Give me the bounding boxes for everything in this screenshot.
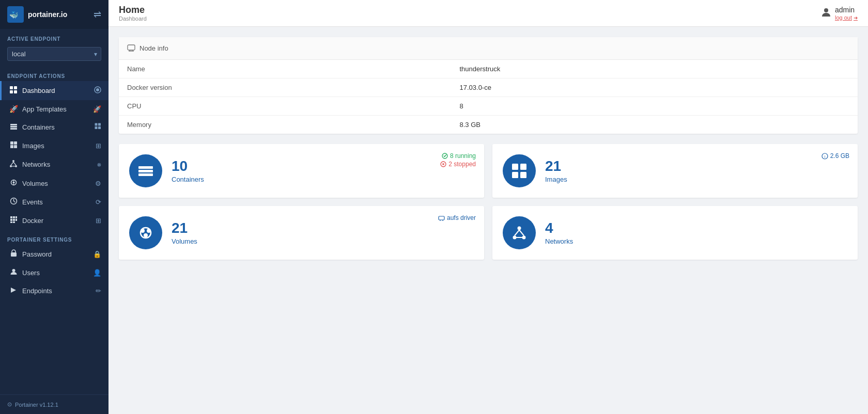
volumes-driver-badge: aufs driver xyxy=(438,214,476,221)
images-icon xyxy=(9,141,18,150)
cpu-label: CPU xyxy=(119,97,452,116)
events-label: Events xyxy=(22,198,43,206)
portainer-logo-icon: 🐳 xyxy=(7,6,24,23)
logout-link[interactable]: log out ➜ xyxy=(835,14,858,21)
password-icon xyxy=(9,249,18,259)
sidebar-footer: ⊙ Portainer v1.12.1 xyxy=(0,394,109,414)
endpoints-right-icon: ✏ xyxy=(96,287,101,295)
volumes-card[interactable]: 21 Volumes aufs driver xyxy=(119,206,484,260)
svg-rect-16 xyxy=(14,141,17,145)
networks-right-icon: ⎈ xyxy=(97,161,101,168)
containers-count: 10 xyxy=(172,158,204,174)
svg-rect-30 xyxy=(10,216,12,218)
sidebar-item-events[interactable]: Events ⟳ xyxy=(0,193,109,211)
stats-grid: 10 Containers 8 running 2 stopped xyxy=(119,144,858,260)
node-info-title: Node info xyxy=(140,44,168,52)
app-templates-right-icon: 🚀 xyxy=(93,105,101,113)
sidebar-item-dashboard[interactable]: Dashboard xyxy=(0,81,109,100)
logo-area: 🐳 portainer.io xyxy=(7,6,67,23)
content-area: Node info Name thunderstruck Docker vers… xyxy=(109,27,868,414)
topbar-right: admin log out ➜ xyxy=(820,6,858,21)
table-row: Memory 8.3 GB xyxy=(119,116,858,134)
containers-icon-circle xyxy=(129,154,162,187)
svg-rect-50 xyxy=(512,164,518,170)
app-templates-label: App Templates xyxy=(22,105,67,113)
dashboard-icon xyxy=(9,86,18,95)
containers-card[interactable]: 10 Containers 8 running 2 stopped xyxy=(119,144,484,198)
images-label-text: Images xyxy=(545,176,567,183)
sidebar-header: 🐳 portainer.io ⇌ xyxy=(0,0,109,29)
svg-point-58 xyxy=(147,229,151,233)
page-title-area: Home Dashboard xyxy=(119,5,147,22)
images-right-icon: ⊞ xyxy=(96,142,101,150)
svg-point-63 xyxy=(518,227,521,230)
table-row: Docker version 17.03.0-ce xyxy=(119,78,858,97)
images-card[interactable]: 21 Images i 2.6 GB xyxy=(492,144,858,198)
svg-rect-33 xyxy=(10,219,12,221)
svg-rect-37 xyxy=(13,221,15,223)
svg-rect-35 xyxy=(16,219,17,221)
docker-version-value: 17.03.0-ce xyxy=(452,78,858,97)
sidebar-item-volumes[interactable]: Volumes ⚙ xyxy=(0,174,109,193)
svg-rect-31 xyxy=(13,216,15,218)
svg-line-23 xyxy=(13,162,16,165)
svg-rect-11 xyxy=(95,123,98,126)
svg-rect-32 xyxy=(16,216,17,218)
svg-rect-15 xyxy=(10,141,13,145)
svg-point-26 xyxy=(12,182,14,184)
version-text: Portainer v1.12.1 xyxy=(15,402,58,408)
main-area: Home Dashboard admin log out ➜ Node info xyxy=(109,0,868,414)
containers-label-text: Containers xyxy=(172,176,204,183)
events-right-icon: ⟳ xyxy=(96,198,101,206)
endpoint-actions-label: ENDPOINT ACTIONS xyxy=(0,66,109,81)
networks-icon-circle xyxy=(503,216,536,249)
networks-icon xyxy=(9,160,18,169)
sidebar-item-docker[interactable]: Docker ⊞ xyxy=(0,211,109,230)
user-icon xyxy=(820,6,832,20)
sidebar-item-app-templates[interactable]: 🚀 App Templates 🚀 xyxy=(0,100,109,118)
table-row: Name thunderstruck xyxy=(119,60,858,78)
users-label: Users xyxy=(22,269,40,277)
volumes-badges: aufs driver xyxy=(438,214,476,221)
networks-card[interactable]: 4 Networks xyxy=(492,206,858,260)
docker-label: Docker xyxy=(22,217,43,225)
node-name-value: thunderstruck xyxy=(452,60,858,78)
networks-label-text: Networks xyxy=(545,237,573,245)
svg-rect-2 xyxy=(10,86,13,89)
memory-value: 8.3 GB xyxy=(452,116,858,134)
images-label: Images xyxy=(22,142,44,150)
username: admin xyxy=(835,6,855,14)
svg-point-59 xyxy=(144,233,148,237)
sidebar-item-password[interactable]: Password 🔒 xyxy=(0,245,109,263)
events-icon xyxy=(9,197,18,206)
sidebar-item-users[interactable]: Users 👤 xyxy=(0,263,109,282)
app-templates-icon: 🚀 xyxy=(9,105,18,113)
images-icon-circle xyxy=(503,154,536,187)
svg-rect-9 xyxy=(10,126,17,128)
transfer-icon[interactable]: ⇌ xyxy=(94,9,101,20)
sidebar-item-containers[interactable]: Containers xyxy=(0,118,109,136)
logo-text: portainer.io xyxy=(28,10,67,19)
images-badges: i 2.6 GB xyxy=(822,152,849,160)
svg-line-66 xyxy=(515,230,519,236)
networks-count: 4 xyxy=(545,220,573,236)
sidebar-item-endpoints[interactable]: Endpoints ✏ xyxy=(0,282,109,300)
table-row: CPU 8 xyxy=(119,97,858,116)
svg-rect-47 xyxy=(138,173,153,176)
images-count: 21 xyxy=(545,158,567,174)
endpoint-select[interactable]: local xyxy=(7,47,101,61)
svg-rect-12 xyxy=(98,123,101,126)
volumes-right-icon: ⚙ xyxy=(95,180,101,187)
svg-rect-3 xyxy=(14,86,17,89)
sidebar-item-networks[interactable]: Networks ⎈ xyxy=(0,155,109,174)
svg-rect-17 xyxy=(10,145,13,148)
endpoints-label: Endpoints xyxy=(22,287,52,295)
active-endpoint-label: ACTIVE ENDPOINT xyxy=(0,29,109,44)
networks-label: Networks xyxy=(22,161,50,168)
sidebar-item-images[interactable]: Images ⊞ xyxy=(0,136,109,155)
svg-rect-18 xyxy=(14,145,17,148)
images-size-badge: i 2.6 GB xyxy=(822,152,849,160)
svg-rect-38 xyxy=(11,252,17,257)
docker-right-icon: ⊞ xyxy=(96,217,101,225)
topbar: Home Dashboard admin log out ➜ xyxy=(109,0,868,27)
